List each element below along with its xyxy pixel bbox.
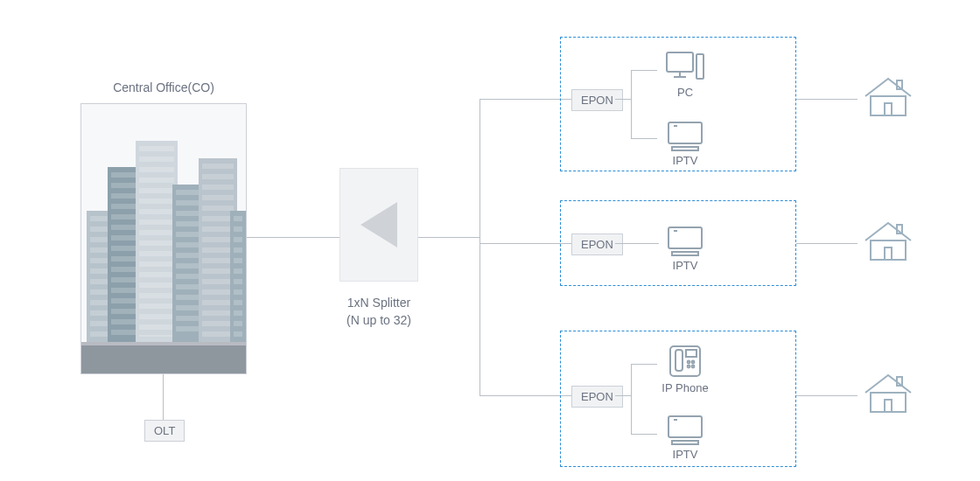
svg-rect-4: [668, 122, 702, 143]
iptv-label-bottom: IPTV: [665, 448, 705, 461]
connector-line: [796, 99, 858, 100]
iptv-label-top: IPTV: [665, 154, 705, 167]
connector-line: [631, 70, 657, 71]
svg-rect-27: [885, 400, 892, 412]
iptv-icon: [665, 117, 705, 152]
connector-line: [631, 70, 632, 138]
connector-line: [631, 434, 657, 435]
connector-line: [480, 243, 571, 244]
connector-line: [631, 364, 657, 365]
svg-rect-25: [672, 441, 698, 444]
connector-line: [480, 99, 571, 100]
splitter-subtitle: (N up to 32): [340, 313, 418, 327]
svg-rect-23: [668, 416, 702, 437]
svg-rect-14: [885, 247, 892, 260]
svg-point-20: [692, 361, 695, 364]
central-office-title: Central Office(CO): [80, 80, 247, 94]
olt-tag: OLT: [144, 420, 185, 442]
central-office-building-icon: [80, 103, 247, 374]
connector-line: [796, 243, 858, 244]
iptv-label-middle: IPTV: [665, 259, 705, 272]
pc-label: PC: [665, 86, 705, 99]
epon-tag-top: EPON: [571, 89, 623, 111]
svg-point-19: [688, 361, 690, 364]
connector-line: [247, 237, 340, 238]
connector-line: [480, 395, 571, 396]
connector-line: [163, 374, 164, 420]
svg-rect-8: [885, 103, 892, 115]
house-icon: [862, 75, 914, 119]
pc-icon: [665, 49, 705, 84]
house-icon: [862, 372, 914, 415]
connector-line: [796, 395, 858, 396]
svg-rect-26: [871, 393, 906, 412]
epon-tag-middle: EPON: [571, 234, 623, 255]
svg-rect-0: [667, 52, 693, 72]
iptv-icon: [665, 222, 705, 257]
connector-line: [615, 243, 659, 244]
svg-rect-10: [668, 227, 702, 248]
svg-rect-17: [676, 350, 682, 371]
svg-rect-6: [672, 147, 698, 150]
svg-rect-3: [696, 54, 704, 79]
epon-tag-bottom: EPON: [571, 386, 623, 408]
iptv-icon: [665, 411, 705, 446]
splitter-icon: [340, 168, 418, 282]
ip-phone-icon: [665, 341, 705, 380]
house-icon: [862, 220, 914, 263]
ip-phone-label: IP Phone: [658, 381, 712, 394]
connector-line: [615, 99, 631, 100]
connector-line: [418, 237, 480, 238]
svg-rect-18: [686, 350, 696, 357]
connector-line: [615, 395, 631, 396]
svg-rect-13: [871, 240, 906, 260]
svg-rect-7: [871, 96, 906, 115]
svg-point-22: [692, 366, 695, 368]
connector-line: [631, 138, 657, 139]
connector-line: [631, 364, 632, 434]
svg-point-21: [688, 366, 690, 368]
svg-rect-12: [672, 252, 698, 255]
connector-line: [480, 99, 480, 396]
splitter-title: 1xN Splitter: [340, 296, 418, 310]
